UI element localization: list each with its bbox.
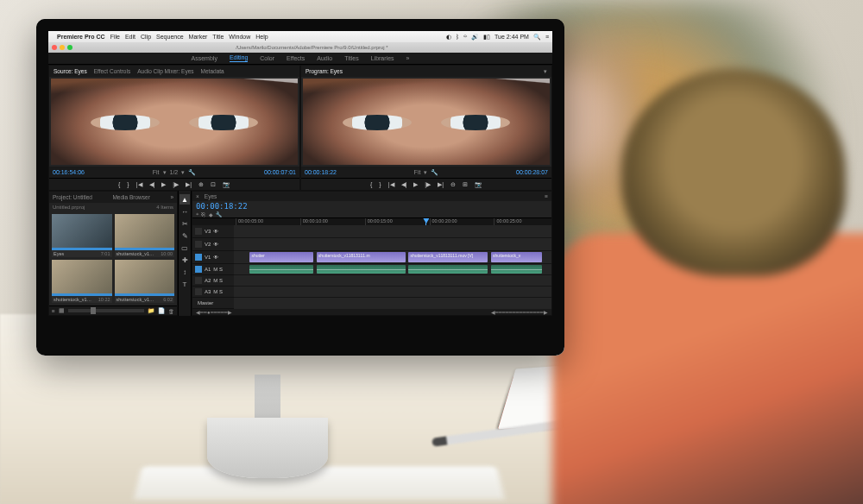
panel-menu-icon[interactable]: ▾	[544, 68, 547, 75]
extract-button[interactable]: ⊞	[461, 181, 469, 188]
hand-tool-icon[interactable]: ↕	[180, 267, 190, 277]
settings-icon[interactable]: 🔧	[216, 211, 222, 217]
razor-tool-icon[interactable]: ✎	[180, 230, 190, 241]
menu-help[interactable]: Help	[255, 34, 268, 40]
wrench-icon[interactable]: 🔧	[188, 169, 196, 176]
list-item[interactable]: shutterstock_v1…10:22	[52, 260, 112, 303]
marker-icon[interactable]: ◆	[209, 211, 213, 217]
workspace-effects[interactable]: Effects	[287, 55, 305, 61]
video-clip[interactable]: shutterstock_v11813111.mov [V]	[408, 252, 488, 262]
audio-clip[interactable]	[408, 265, 488, 274]
go-to-out-button[interactable]: ▶|	[436, 181, 445, 188]
battery-icon[interactable]: ▮▯	[483, 34, 490, 41]
mark-out-button[interactable]: }	[377, 181, 382, 187]
menu-clip[interactable]: Clip	[141, 34, 151, 40]
zoom-icon[interactable]	[67, 45, 72, 50]
list-item[interactable]: Eyes7:01	[52, 214, 112, 257]
menu-window[interactable]: Window	[229, 34, 250, 40]
track-header-a1[interactable]: A1M S	[192, 264, 234, 275]
go-to-out-button[interactable]: ▶|	[184, 181, 193, 188]
timeline-scrollbar[interactable]: ◀━━━━━━━━━━━━━━▶	[491, 309, 548, 315]
wrench-icon[interactable]: 🔧	[431, 169, 438, 176]
workspace-overflow-icon[interactable]: »	[406, 55, 410, 61]
audio-clip[interactable]	[491, 265, 542, 274]
close-icon[interactable]	[52, 45, 57, 50]
window-titlebar[interactable]: /Users/Marilo/Documents/Adobe/Premiere P…	[48, 42, 552, 53]
new-bin-button[interactable]: 📁	[148, 307, 154, 314]
source-timecode[interactable]: 00:16:54:06	[53, 169, 85, 175]
track-header-v2[interactable]: V2👁	[192, 238, 234, 251]
workspace-assembly[interactable]: Assembly	[192, 55, 217, 61]
step-fwd-button[interactable]: |▶	[171, 181, 180, 188]
volume-icon[interactable]: 🔊	[471, 34, 479, 41]
project-bins[interactable]: Eyes7:01 shutterstock_v1…10:00 shutterst…	[49, 211, 177, 306]
export-frame-button[interactable]: 📷	[221, 181, 232, 188]
menu-title[interactable]: Title	[212, 34, 224, 40]
tab-media-browser[interactable]: Media Browser	[112, 194, 149, 200]
video-clip[interactable]: shutterstock_v11813111.m	[317, 252, 406, 262]
tab-program[interactable]: Program: Eyes	[306, 68, 343, 74]
workspace-audio[interactable]: Audio	[317, 55, 332, 61]
track-header-a3[interactable]: A3M S	[192, 287, 234, 298]
pen-tool-icon[interactable]: ✚	[180, 255, 190, 265]
track-header-v3[interactable]: V3👁	[192, 225, 234, 238]
mark-out-button[interactable]: }	[125, 181, 130, 187]
source-resolution[interactable]: 1/2	[170, 169, 179, 176]
bluetooth-icon[interactable]: ᛒ	[456, 34, 459, 40]
tab-metadata[interactable]: Metadata	[201, 68, 224, 74]
tab-project[interactable]: Project: Untitled	[53, 194, 92, 200]
new-item-button[interactable]: 📄	[158, 307, 165, 314]
type-tool-icon[interactable]: T	[180, 279, 190, 289]
track-select-tool-icon[interactable]: ↔	[180, 206, 190, 217]
insert-button[interactable]: ⊕	[197, 181, 205, 188]
menu-edit[interactable]: Edit	[125, 34, 135, 40]
play-button[interactable]: ▶	[160, 181, 167, 188]
track-header-v1[interactable]: V1👁	[192, 251, 234, 264]
menubar-app-name[interactable]: Premiere Pro CC	[57, 34, 105, 40]
list-item[interactable]: shutterstock_v1…10:00	[115, 214, 175, 257]
menubar-clock[interactable]: Tue 2:44 PM	[494, 34, 529, 40]
timeline-ruler[interactable]: 00:00:05:00 00:00:10:00 00:00:15:00 00:0…	[192, 218, 551, 225]
step-back-button[interactable]: ◀|	[148, 181, 157, 188]
lift-button[interactable]: ⊖	[449, 181, 457, 188]
wifi-icon[interactable]: ⌔	[463, 34, 467, 40]
zoom-slider[interactable]: ◀━━●━━━━━▶	[196, 309, 232, 315]
export-frame-button[interactable]: 📷	[473, 181, 484, 188]
list-view-icon[interactable]: ≡	[52, 308, 55, 314]
mac-menubar[interactable]: Premiere Pro CC File Edit Clip Sequence …	[48, 31, 552, 42]
selection-tool-icon[interactable]: ▲	[180, 194, 190, 205]
audio-clip[interactable]	[249, 265, 313, 274]
cc-icon[interactable]: ◐	[446, 34, 451, 41]
step-back-button[interactable]: ◀|	[400, 181, 409, 188]
tab-audio-mixer[interactable]: Audio Clip Mixer: Eyes	[137, 68, 193, 74]
linked-selection-icon[interactable]: ⛓	[201, 212, 206, 217]
mark-in-button[interactable]: {	[369, 181, 374, 187]
list-item[interactable]: shutterstock_v1…6:02	[115, 260, 175, 303]
timeline-tracks[interactable]: shutter shutterstock_v11813111.m shutter…	[234, 225, 551, 309]
tab-source[interactable]: Source: Eyes	[54, 68, 87, 74]
ripple-tool-icon[interactable]: ✂	[180, 218, 190, 229]
menu-sequence[interactable]: Sequence	[156, 34, 184, 40]
tab-effect-controls[interactable]: Effect Controls	[94, 68, 131, 74]
workspace-titles[interactable]: Titles	[344, 55, 358, 61]
panel-menu-icon[interactable]: »	[170, 194, 173, 200]
overwrite-button[interactable]: ⊡	[209, 181, 217, 188]
sequence-tab[interactable]: Eyes	[205, 193, 217, 199]
track-header-a2[interactable]: A2M S	[192, 275, 234, 287]
track-header-master[interactable]: Master	[192, 298, 234, 309]
audio-clip[interactable]	[317, 265, 406, 274]
icon-view-icon[interactable]: ▦	[59, 307, 65, 314]
source-fit-select[interactable]: Fit	[153, 169, 160, 176]
source-monitor[interactable]	[51, 79, 298, 165]
mark-in-button[interactable]: {	[117, 181, 122, 187]
workspace-editing[interactable]: Editing	[230, 54, 248, 62]
trash-icon[interactable]: 🗑	[168, 308, 174, 314]
minimize-icon[interactable]	[60, 45, 65, 50]
step-fwd-button[interactable]: |▶	[423, 181, 432, 188]
timeline-timecode[interactable]: 00:00:18:22	[192, 201, 551, 211]
program-monitor[interactable]	[303, 79, 550, 165]
program-fit-select[interactable]: Fit	[414, 169, 421, 176]
menu-file[interactable]: File	[110, 34, 120, 40]
menu-marker[interactable]: Marker	[189, 34, 208, 40]
video-clip[interactable]: shutter	[249, 252, 313, 262]
